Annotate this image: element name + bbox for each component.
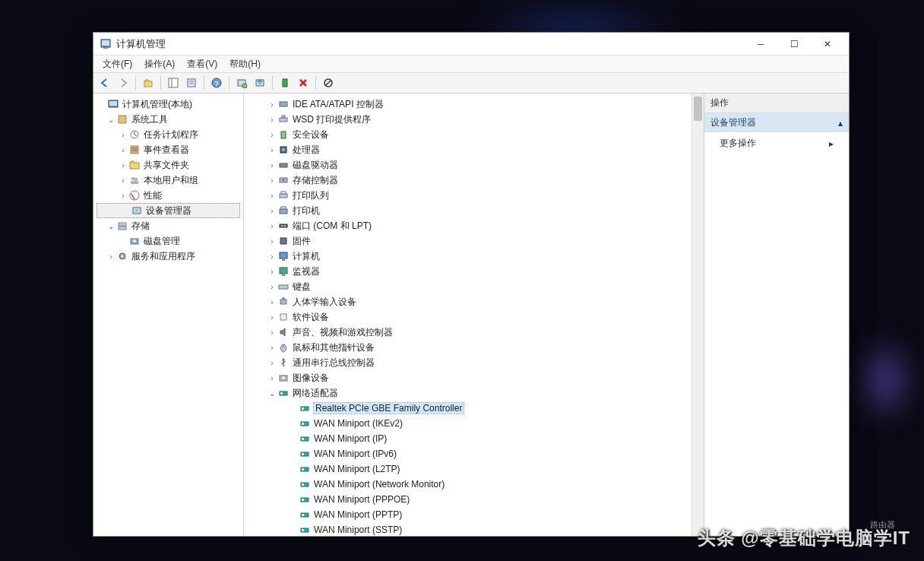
device-category-sec[interactable]: ›安全设备 (245, 127, 690, 142)
device-category-ide[interactable]: ›IDE ATA/ATAPI 控制器 (245, 97, 690, 112)
expander-icon[interactable]: › (118, 176, 128, 185)
actions-more[interactable]: 更多操作 ▸ (704, 132, 849, 154)
scroll-thumb[interactable] (694, 97, 702, 121)
scrollbar[interactable] (691, 94, 704, 536)
device-category-img[interactable]: ›图像设备 (245, 370, 690, 385)
tree-shared-folders[interactable]: › 共享文件夹 (95, 157, 242, 173)
device-category-stor[interactable]: ›存储控制器 (245, 173, 690, 188)
menu-view[interactable]: 查看(V) (181, 56, 223, 72)
menu-help[interactable]: 帮助(H) (223, 56, 267, 72)
network-adapter-item[interactable]: WAN Miniport (SSTP) (245, 522, 690, 536)
svg-point-25 (131, 177, 134, 180)
network-adapter-item[interactable]: WAN Miniport (IKEv2) (245, 416, 690, 431)
expander-icon[interactable]: › (267, 374, 277, 382)
network-adapter-item[interactable]: WAN Miniport (PPPOE) (245, 492, 690, 507)
network-adapter-item[interactable]: WAN Miniport (L2TP) (245, 461, 690, 477)
expander-icon[interactable]: ⌄ (106, 222, 116, 230)
expander-icon[interactable]: › (267, 131, 277, 139)
expander-icon[interactable]: › (267, 328, 277, 337)
scan-hardware-button[interactable] (233, 74, 250, 91)
back-button[interactable] (97, 74, 113, 91)
device-category-snd[interactable]: ›声音、视频和游戏控制器 (245, 325, 690, 340)
expander-icon[interactable]: › (267, 100, 277, 109)
expander-icon[interactable]: › (118, 161, 128, 170)
properties-button[interactable] (183, 74, 200, 91)
tree-task-scheduler[interactable]: › 任务计划程序 (95, 127, 242, 142)
device-category-printq[interactable]: ›打印队列 (245, 188, 690, 203)
network-adapter-item[interactable]: Realtek PCIe GBE Family Controller (245, 401, 690, 416)
up-button[interactable] (140, 74, 157, 91)
expander-icon[interactable]: › (267, 252, 277, 261)
disable-device-button[interactable] (320, 74, 337, 91)
tree-system-tools[interactable]: ⌄ 系统工具 (95, 112, 242, 127)
tree-event-viewer[interactable]: › 事件查看器 (95, 142, 242, 157)
network-adapter-item[interactable]: WAN Miniport (IPv6) (245, 446, 690, 461)
expander-icon[interactable]: › (118, 146, 128, 154)
expander-icon[interactable]: › (267, 283, 277, 291)
net-icon (299, 509, 311, 521)
expander-icon[interactable]: ⌄ (267, 389, 277, 398)
device-category-cpu[interactable]: ›处理器 (245, 142, 690, 157)
tree-root[interactable]: 计算机管理(本地) (95, 97, 242, 112)
device-category-fw[interactable]: ›固件 (245, 233, 690, 249)
expander-icon[interactable]: › (267, 313, 277, 322)
expander-icon[interactable]: › (118, 192, 128, 200)
expander-icon[interactable]: › (267, 116, 277, 124)
enable-device-button[interactable] (277, 74, 293, 91)
device-category-hid[interactable]: ›人体学输入设备 (245, 294, 690, 309)
expander-icon[interactable]: › (267, 146, 277, 154)
expander-icon[interactable]: › (267, 192, 277, 200)
expander-icon[interactable]: › (267, 268, 277, 276)
device-category-mon[interactable]: ›监视器 (245, 264, 690, 279)
uninstall-device-button[interactable] (295, 74, 312, 91)
tree-label: 系统工具 (131, 113, 168, 126)
minimize-button[interactable]: ─ (744, 33, 777, 55)
network-adapter-item[interactable]: WAN Miniport (PPTP) (245, 507, 690, 522)
tree-performance[interactable]: › 性能 (95, 188, 242, 203)
expander-icon[interactable]: › (267, 176, 277, 185)
toolbar-separator (272, 76, 273, 90)
ide-icon (277, 98, 290, 110)
device-category-pc[interactable]: ›计算机 (245, 249, 690, 264)
device-category-disk[interactable]: ›磁盘驱动器 (245, 157, 690, 173)
device-label: 计算机 (293, 250, 320, 263)
help-button[interactable]: ? (208, 74, 225, 91)
toolbar-separator (160, 76, 161, 90)
menu-action[interactable]: 操作(A) (138, 56, 181, 72)
expander-icon[interactable]: › (267, 298, 277, 306)
network-adapter-item[interactable]: WAN Miniport (IP) (245, 431, 690, 446)
expander-icon[interactable]: › (267, 237, 277, 246)
expander-icon[interactable]: › (267, 161, 277, 170)
update-driver-button[interactable] (252, 74, 268, 91)
expander-icon[interactable]: ⌄ (106, 116, 116, 124)
expander-icon[interactable]: › (267, 359, 277, 367)
device-category-kb[interactable]: ›键盘 (245, 279, 690, 294)
device-category-sw[interactable]: ›软件设备 (245, 309, 690, 325)
expander-icon[interactable]: › (118, 131, 128, 139)
show-hide-tree-button[interactable] (165, 74, 182, 91)
device-category-wsd[interactable]: ›WSD 打印提供程序 (245, 112, 690, 127)
forward-button[interactable] (115, 74, 131, 91)
expander-icon[interactable]: › (267, 222, 277, 230)
network-adapter-item[interactable]: WAN Miniport (Network Monitor) (245, 477, 690, 492)
actions-section[interactable]: 设备管理器 ▴ (704, 113, 849, 132)
expander-icon[interactable]: › (267, 207, 277, 215)
expander-icon[interactable]: › (267, 344, 277, 352)
device-category-net[interactable]: ⌄网络适配器 (245, 385, 690, 401)
device-label: WAN Miniport (SSTP) (314, 525, 402, 535)
device-category-usb[interactable]: ›通用串行总线控制器 (245, 355, 690, 370)
expander-icon[interactable]: › (106, 252, 116, 261)
svg-point-36 (122, 255, 124, 258)
tree-services-apps[interactable]: › 服务和应用程序 (95, 249, 242, 264)
tree-device-manager[interactable]: 设备管理器 (97, 203, 240, 218)
menu-file[interactable]: 文件(F) (97, 56, 138, 72)
close-button[interactable]: ✕ (811, 33, 844, 55)
printq-icon (277, 189, 290, 201)
device-category-mouse[interactable]: ›鼠标和其他指针设备 (245, 340, 690, 355)
device-category-printer[interactable]: ›打印机 (245, 203, 690, 218)
device-category-port[interactable]: ›端口 (COM 和 LPT) (245, 218, 690, 233)
maximize-button[interactable]: ☐ (777, 33, 811, 55)
tree-local-users[interactable]: › 本地用户和组 (95, 173, 242, 188)
tree-disk-mgmt[interactable]: 磁盘管理 (95, 233, 242, 249)
tree-storage[interactable]: ⌄ 存储 (95, 218, 242, 233)
